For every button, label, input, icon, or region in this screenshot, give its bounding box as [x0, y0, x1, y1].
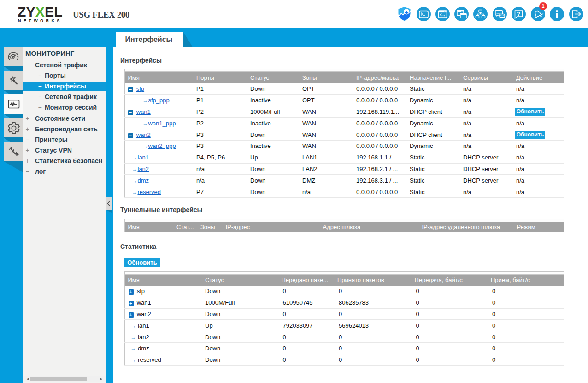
svg-text:?: ?: [517, 11, 520, 17]
